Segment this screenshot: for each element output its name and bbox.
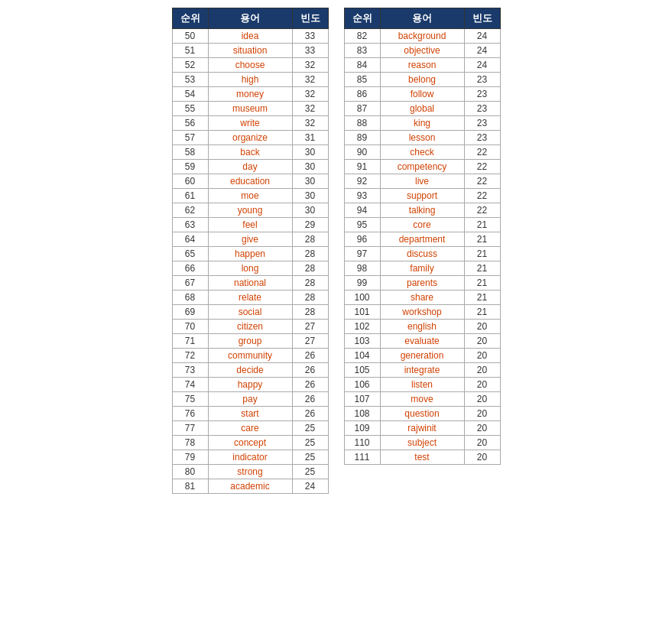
cell-freq: 29 — [292, 218, 328, 232]
cell-term: organize — [208, 131, 292, 145]
cell-rank: 77 — [172, 421, 208, 436]
table-row: 63feel29 — [172, 218, 328, 232]
cell-term: live — [380, 174, 464, 189]
cell-freq: 28 — [292, 291, 328, 305]
table-row: 77care25 — [172, 421, 328, 436]
cell-rank: 64 — [172, 232, 208, 247]
cell-freq: 22 — [464, 174, 500, 189]
table-row: 82background24 — [344, 29, 500, 44]
cell-rank: 101 — [344, 305, 380, 320]
cell-rank: 95 — [344, 218, 380, 232]
cell-freq: 26 — [292, 407, 328, 421]
left-header-rank: 순위 — [172, 8, 208, 29]
table-row: 104generation20 — [344, 349, 500, 363]
cell-term: money — [208, 87, 292, 102]
cell-term: global — [380, 102, 464, 116]
cell-rank: 72 — [172, 349, 208, 363]
cell-rank: 90 — [344, 145, 380, 160]
table-row: 54money32 — [172, 87, 328, 102]
cell-freq: 21 — [464, 305, 500, 320]
table-row: 81academic24 — [172, 479, 328, 494]
cell-rank: 107 — [344, 392, 380, 407]
cell-rank: 58 — [172, 145, 208, 160]
table-row: 97discuss21 — [344, 247, 500, 261]
cell-freq: 32 — [292, 58, 328, 73]
cell-freq: 21 — [464, 218, 500, 232]
cell-term: move — [380, 392, 464, 407]
cell-term: strong — [208, 465, 292, 479]
cell-term: museum — [208, 102, 292, 116]
right-header-freq: 빈도 — [464, 8, 500, 29]
cell-rank: 82 — [344, 29, 380, 44]
cell-rank: 89 — [344, 131, 380, 145]
cell-freq: 25 — [292, 436, 328, 450]
cell-term: talking — [380, 203, 464, 218]
cell-term: care — [208, 421, 292, 436]
right-table: 순위 용어 빈도 82background2483objective2484re… — [344, 8, 501, 465]
cell-term: community — [208, 349, 292, 363]
cell-rank: 75 — [172, 392, 208, 407]
cell-term: group — [208, 334, 292, 349]
table-row: 76start26 — [172, 407, 328, 421]
cell-term: check — [380, 145, 464, 160]
table-row: 102english20 — [344, 320, 500, 334]
table-row: 95core21 — [344, 218, 500, 232]
cell-freq: 32 — [292, 73, 328, 87]
cell-rank: 73 — [172, 363, 208, 378]
cell-term: follow — [380, 87, 464, 102]
table-row: 51situation33 — [172, 44, 328, 58]
cell-rank: 85 — [344, 73, 380, 87]
cell-freq: 30 — [292, 160, 328, 174]
cell-term: decide — [208, 363, 292, 378]
cell-freq: 28 — [292, 247, 328, 261]
table-row: 83objective24 — [344, 44, 500, 58]
cell-freq: 26 — [292, 349, 328, 363]
table-row: 68relate28 — [172, 291, 328, 305]
cell-freq: 27 — [292, 320, 328, 334]
cell-term: generation — [380, 349, 464, 363]
cell-rank: 91 — [344, 160, 380, 174]
table-row: 99parents21 — [344, 276, 500, 291]
cell-freq: 28 — [292, 261, 328, 276]
cell-freq: 24 — [292, 479, 328, 494]
cell-freq: 20 — [464, 407, 500, 421]
cell-rank: 60 — [172, 174, 208, 189]
cell-term: back — [208, 145, 292, 160]
cell-rank: 52 — [172, 58, 208, 73]
cell-rank: 110 — [344, 436, 380, 450]
cell-freq: 21 — [464, 261, 500, 276]
cell-term: idea — [208, 29, 292, 44]
cell-rank: 54 — [172, 87, 208, 102]
table-row: 107move20 — [344, 392, 500, 407]
table-row: 57organize31 — [172, 131, 328, 145]
cell-freq: 21 — [464, 247, 500, 261]
right-header-term: 용어 — [380, 8, 464, 29]
cell-rank: 62 — [172, 203, 208, 218]
cell-freq: 20 — [464, 421, 500, 436]
cell-rank: 111 — [344, 450, 380, 465]
cell-term: indicator — [208, 450, 292, 465]
table-row: 110subject20 — [344, 436, 500, 450]
table-row: 89lesson23 — [344, 131, 500, 145]
table-row: 94talking22 — [344, 203, 500, 218]
cell-freq: 23 — [464, 73, 500, 87]
cell-freq: 30 — [292, 145, 328, 160]
cell-term: feel — [208, 218, 292, 232]
table-row: 62young30 — [172, 203, 328, 218]
cell-term: english — [380, 320, 464, 334]
cell-freq: 23 — [464, 102, 500, 116]
cell-rank: 53 — [172, 73, 208, 87]
cell-rank: 96 — [344, 232, 380, 247]
cell-freq: 28 — [292, 232, 328, 247]
cell-freq: 23 — [464, 116, 500, 131]
cell-rank: 59 — [172, 160, 208, 174]
cell-freq: 20 — [464, 436, 500, 450]
table-row: 88king23 — [344, 116, 500, 131]
table-row: 74happy26 — [172, 378, 328, 392]
left-table-wrapper: 순위 용어 빈도 50idea3351situation3352choose32… — [172, 8, 329, 494]
cell-rank: 104 — [344, 349, 380, 363]
table-row: 103evaluate20 — [344, 334, 500, 349]
table-row: 58back30 — [172, 145, 328, 160]
cell-rank: 93 — [344, 189, 380, 203]
left-header-freq: 빈도 — [292, 8, 328, 29]
